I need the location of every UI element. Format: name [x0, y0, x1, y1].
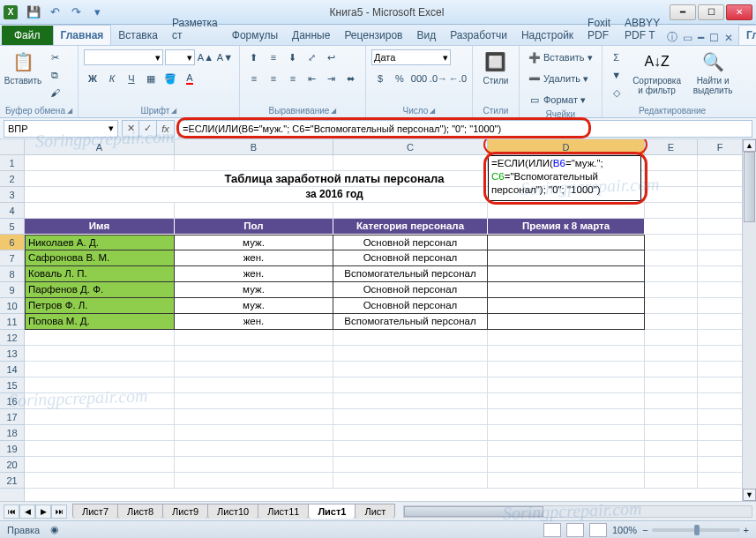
ribbon-tab-8[interactable]: Надстройк — [514, 26, 580, 45]
sex-cell[interactable]: жен. — [175, 266, 333, 282]
macro-record-icon[interactable]: ◉ — [50, 524, 59, 535]
name-cell[interactable]: Парфенов Д. Ф. — [25, 282, 175, 298]
name-cell[interactable]: Петров Ф. Л. — [25, 298, 175, 314]
select-all-corner[interactable] — [0, 139, 25, 155]
row-header-6[interactable]: 6 — [0, 235, 24, 250]
ribbon-tab-9[interactable]: Foxit PDF — [580, 13, 618, 45]
wrap-text-icon[interactable]: ↩ — [323, 49, 341, 65]
minimize-button[interactable]: ━ — [670, 4, 696, 20]
row-header-13[interactable]: 13 — [0, 346, 24, 362]
dec-decimal-icon[interactable]: ←.0 — [449, 71, 467, 86]
ribbon-tab-5[interactable]: Рецензиров — [337, 26, 409, 45]
cell[interactable] — [488, 393, 645, 409]
delete-cells-button[interactable]: ➖Удалить▾ — [525, 71, 592, 86]
cell[interactable] — [698, 203, 743, 219]
cell[interactable] — [25, 457, 175, 473]
bonus-cell[interactable] — [488, 266, 645, 282]
cell[interactable] — [488, 441, 645, 457]
cell[interactable] — [488, 330, 645, 346]
bonus-cell[interactable] — [488, 250, 645, 266]
cell[interactable] — [333, 425, 488, 441]
cell[interactable] — [645, 425, 698, 441]
cell[interactable] — [645, 219, 698, 235]
sheet-tab-Лист9[interactable]: Лист9 — [162, 504, 208, 519]
ribbon-tab-4[interactable]: Данные — [285, 26, 337, 45]
cell[interactable] — [333, 457, 488, 473]
bonus-cell[interactable] — [488, 314, 645, 330]
cell[interactable] — [25, 393, 175, 409]
cell[interactable] — [175, 425, 333, 441]
cell[interactable] — [645, 266, 698, 282]
cell[interactable] — [333, 409, 488, 425]
cell[interactable] — [645, 203, 698, 219]
cell[interactable] — [645, 362, 698, 377]
cell[interactable] — [25, 425, 175, 441]
find-select-button[interactable]: 🔍 Найти и выделить — [689, 49, 737, 95]
ribbon-tab-10[interactable]: ABBYY PDF T — [618, 13, 667, 45]
cell[interactable] — [698, 457, 743, 473]
cell[interactable] — [488, 377, 645, 393]
page-break-view-icon[interactable] — [589, 523, 607, 537]
cat-cell[interactable]: Вспомогательный персонал — [333, 314, 488, 330]
bonus-cell[interactable] — [488, 235, 645, 250]
zoom-out-button[interactable]: − — [642, 525, 647, 535]
cell[interactable] — [333, 393, 488, 409]
horizontal-scrollbar[interactable] — [403, 505, 752, 518]
row-header-8[interactable]: 8 — [0, 266, 24, 282]
ribbon-tab-1[interactable]: Вставка — [111, 26, 165, 45]
table-header-3[interactable]: Премия к 8 марта — [488, 219, 645, 235]
sheet-tab-Лист[interactable]: Лист — [355, 504, 395, 519]
col-header-C[interactable]: C — [333, 139, 488, 154]
col-header-F[interactable]: F — [698, 139, 743, 154]
name-cell[interactable]: Сафронова В. М. — [25, 250, 175, 266]
ribbon-tab-6[interactable]: Вид — [410, 26, 444, 45]
row-header-10[interactable]: 10 — [0, 298, 24, 314]
cell[interactable] — [698, 155, 743, 171]
cell[interactable] — [645, 171, 698, 187]
sex-cell[interactable]: муж. — [175, 235, 333, 250]
ribbon-tab-3[interactable]: Формулы — [225, 26, 285, 45]
cell[interactable] — [645, 155, 698, 171]
col-header-B[interactable]: B — [175, 139, 333, 154]
ribbon-tab-0[interactable]: Главная — [53, 25, 112, 45]
ribbon-tab-2[interactable]: Разметка ст — [165, 13, 225, 45]
cell[interactable] — [333, 155, 488, 171]
italic-button[interactable]: К — [103, 71, 121, 86]
table-header-2[interactable]: Категория персонала — [333, 219, 488, 235]
cell[interactable] — [333, 203, 488, 219]
cell[interactable] — [698, 330, 743, 346]
redo-icon[interactable]: ↷ — [67, 4, 85, 21]
cell[interactable] — [175, 203, 333, 219]
row-header-19[interactable]: 19 — [0, 441, 24, 457]
row-header-5[interactable]: 5 — [0, 219, 24, 235]
autosum-icon[interactable]: Σ — [608, 49, 625, 65]
col-header-A[interactable]: A — [25, 139, 175, 154]
fx-button[interactable]: fx — [157, 120, 175, 138]
undo-icon[interactable]: ↶ — [46, 4, 64, 21]
bonus-cell[interactable] — [488, 298, 645, 314]
sheet-tab-Лист1[interactable]: Лист1 — [308, 504, 356, 519]
cell[interactable] — [25, 409, 175, 425]
cell[interactable] — [645, 457, 698, 473]
cell[interactable] — [488, 203, 645, 219]
row-header-15[interactable]: 15 — [0, 377, 24, 393]
cell[interactable] — [645, 377, 698, 393]
cells-area[interactable]: Таблица заработной платы персоналаза 201… — [25, 155, 756, 489]
cell[interactable] — [698, 441, 743, 457]
cell[interactable] — [698, 425, 743, 441]
cell[interactable] — [333, 330, 488, 346]
vertical-scrollbar[interactable]: ▲ ▼ — [742, 139, 756, 501]
cell[interactable] — [645, 330, 698, 346]
scroll-down-icon[interactable]: ▼ — [743, 489, 756, 501]
align-center-icon[interactable]: ≡ — [265, 71, 282, 86]
col-header-D[interactable]: D — [488, 139, 645, 154]
align-right-icon[interactable]: ≡ — [284, 71, 302, 86]
workbook-close-icon[interactable]: ✕ — [724, 32, 733, 44]
cell[interactable] — [175, 457, 333, 473]
cell[interactable] — [645, 282, 698, 298]
dialog-launcher-icon[interactable]: ◢ — [331, 107, 336, 115]
formula-input[interactable]: =ЕСЛИ(ИЛИ(B6="муж."; C6="Вспомогательный… — [178, 120, 752, 138]
border-icon[interactable]: ▦ — [142, 71, 160, 86]
ribbon-tab-0[interactable]: Главная — [738, 25, 756, 45]
minimize-ribbon-icon[interactable]: ▭ — [683, 32, 692, 44]
